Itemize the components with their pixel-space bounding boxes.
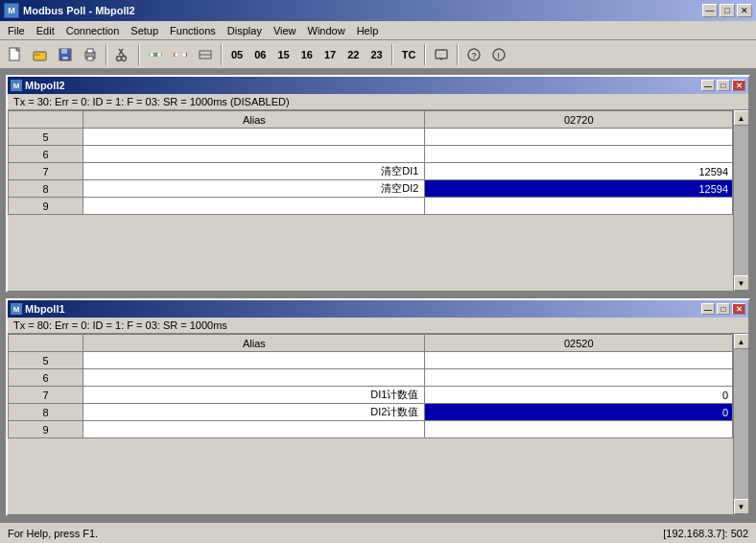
mdi-minimize-mbpoll1[interactable]: —	[701, 303, 715, 315]
close-button[interactable]: ✕	[737, 4, 752, 17]
table-row: 7DI1计数值0	[9, 387, 733, 404]
status-help-text: For Help, press F1.	[8, 528, 98, 539]
help-button[interactable]: ?	[462, 43, 485, 66]
col-value-header-1: 02720	[425, 111, 733, 129]
func22-button[interactable]: 22	[343, 44, 364, 65]
func05-button[interactable]: 05	[226, 44, 248, 65]
row-num-w2-1: 6	[9, 369, 83, 387]
menu-edit[interactable]: Edit	[31, 22, 60, 39]
print-button[interactable]	[79, 43, 102, 66]
mdi-window-mbpoll2: M Mbpoll2 — □ ✕ Tx = 30: Err = 0: ID = 1…	[6, 75, 750, 293]
func06-button[interactable]: 06	[249, 44, 271, 65]
svg-text:!: !	[497, 51, 500, 60]
row-value-w2-0[interactable]	[425, 352, 733, 369]
svg-point-16	[157, 53, 161, 57]
mdi-icon-mbpoll1: M	[11, 303, 22, 315]
menu-window[interactable]: Window	[302, 22, 351, 39]
table-wrapper-mbpoll1: Alias 02520 567DI1计数值08DI2计数值09 ▲ ▼	[8, 334, 748, 514]
scrollbar-mbpoll2[interactable]: ▲ ▼	[733, 110, 748, 291]
toolbar-sep6	[457, 44, 459, 65]
scroll-down-mbpoll2[interactable]: ▼	[734, 275, 749, 291]
scroll-track-mbpoll2[interactable]	[734, 126, 748, 275]
toolbar-sep4	[391, 44, 393, 65]
func23-button[interactable]: 23	[366, 44, 388, 65]
mdi-minimize-mbpoll2[interactable]: —	[701, 80, 715, 91]
svg-rect-5	[61, 49, 67, 54]
row-alias-w2-2: DI1计数值	[83, 387, 425, 404]
toolbar-sep3	[221, 44, 223, 65]
menu-display[interactable]: Display	[222, 22, 268, 39]
col-rownum-header-2	[9, 335, 83, 352]
svg-rect-8	[87, 49, 93, 53]
menu-setup[interactable]: Setup	[125, 22, 164, 39]
row-value-w2-2[interactable]: 0	[425, 387, 733, 404]
table-row: 8清空DI212594	[9, 180, 733, 198]
scroll-up-mbpoll1[interactable]: ▲	[734, 334, 749, 349]
mdi-maximize-mbpoll1[interactable]: □	[717, 303, 730, 315]
status-line-mbpoll1: Tx = 80: Err = 0: ID = 1: F = 03: SR = 1…	[8, 318, 748, 334]
mdi-close-mbpoll2[interactable]: ✕	[732, 80, 745, 91]
status-bar: For Help, press F1. [192.168.3.7]: 502	[0, 522, 756, 543]
save-button[interactable]	[54, 43, 77, 66]
svg-rect-3	[34, 54, 40, 56]
row-value-w2-1[interactable]	[425, 369, 733, 387]
about-button[interactable]: !	[487, 43, 510, 66]
row-num-w2-0: 5	[9, 352, 83, 369]
disconnect-button[interactable]	[169, 43, 192, 66]
row-value-w1-1[interactable]	[425, 146, 733, 163]
mdi-icon-mbpoll2: M	[11, 80, 22, 91]
connect-button[interactable]	[144, 43, 167, 66]
mdi-maximize-mbpoll2[interactable]: □	[717, 80, 730, 91]
row-alias-w1-0	[83, 129, 425, 146]
mdi-title-bar-mbpoll2: M Mbpoll2 — □ ✕	[8, 77, 748, 94]
table-scroll-mbpoll2: Alias 02720 567清空DI1125948清空DI2125949	[8, 110, 733, 291]
tc-button[interactable]: TC	[397, 44, 421, 65]
row-value-w1-3[interactable]: 12594	[425, 180, 733, 198]
scrollbar-mbpoll1[interactable]: ▲ ▼	[733, 334, 748, 514]
row-value-w1-0[interactable]	[425, 129, 733, 146]
menu-functions[interactable]: Functions	[164, 22, 222, 39]
table-wrapper-mbpoll2: Alias 02720 567清空DI1125948清空DI2125949 ▲ …	[8, 110, 748, 291]
data-table-mbpoll1: Alias 02520 567DI1计数值08DI2计数值09	[8, 334, 733, 438]
menu-connection[interactable]: Connection	[60, 22, 126, 39]
scroll-down-mbpoll1[interactable]: ▼	[734, 499, 749, 514]
app-icon: M	[4, 3, 19, 18]
open-button[interactable]	[29, 43, 52, 66]
scroll-track-mbpoll1[interactable]	[734, 349, 748, 499]
menu-view[interactable]: View	[268, 22, 302, 39]
func15-button[interactable]: 15	[273, 44, 295, 65]
display-button[interactable]	[430, 43, 453, 66]
status-connection: [192.168.3.7]: 502	[663, 528, 748, 539]
maximize-button[interactable]: □	[720, 4, 735, 17]
menu-file[interactable]: File	[2, 22, 31, 39]
row-value-w2-3[interactable]: 0	[425, 404, 733, 421]
toolbar: 05 06 15 16 17 22 23 TC ? !	[0, 40, 756, 69]
func16-button[interactable]: 16	[296, 44, 318, 65]
row-value-w1-2[interactable]: 12594	[425, 163, 733, 180]
minimize-button[interactable]: —	[702, 4, 718, 17]
table-row: 8DI2计数值0	[9, 404, 733, 421]
main-title-bar: M Modbus Poll - Mbpoll2 — □ ✕	[0, 0, 756, 21]
menu-help[interactable]: Help	[351, 22, 385, 39]
func17-button[interactable]: 17	[319, 44, 341, 65]
row-num-w2-3: 8	[9, 404, 83, 421]
row-value-w1-4[interactable]	[425, 198, 733, 215]
col-value-header-2: 02520	[425, 335, 733, 352]
row-alias-w1-4	[83, 198, 425, 215]
svg-rect-6	[62, 57, 68, 59]
row-num-w1-3: 8	[9, 180, 83, 198]
read-button[interactable]	[194, 43, 217, 66]
mdi-close-mbpoll1[interactable]: ✕	[732, 303, 745, 315]
table-scroll-mbpoll1: Alias 02520 567DI1计数值08DI2计数值09	[8, 334, 733, 514]
scroll-up-mbpoll2[interactable]: ▲	[734, 110, 749, 126]
col-alias-header-1: Alias	[83, 111, 425, 129]
row-num-w2-2: 7	[9, 387, 83, 404]
toolbar-sep2	[138, 44, 140, 65]
cut-button[interactable]	[111, 43, 134, 66]
row-value-w2-4[interactable]	[425, 421, 733, 438]
new-button[interactable]	[4, 43, 27, 66]
table-row: 6	[9, 369, 733, 387]
table-row: 7清空DI112594	[9, 163, 733, 180]
svg-point-13	[122, 56, 127, 60]
row-num-w1-2: 7	[9, 163, 83, 180]
